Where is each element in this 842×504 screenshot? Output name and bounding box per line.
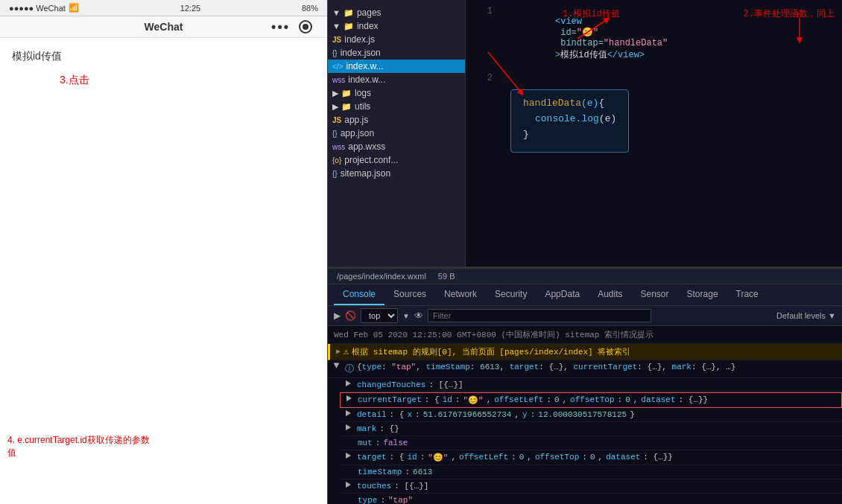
tab-trace[interactable]: Trace bbox=[727, 284, 767, 305]
signal-dots: ●●●●● WeChat bbox=[9, 4, 66, 13]
code-line-2: 2 bbox=[475, 73, 833, 83]
tree-index-dir[interactable]: ▼ 📁 index bbox=[328, 19, 465, 33]
tree-index-json[interactable]: {} index.json bbox=[328, 46, 465, 60]
folder-icon: 📁 bbox=[344, 8, 354, 18]
tree-index-wxss[interactable]: wss index.w... bbox=[328, 73, 465, 86]
tab-security[interactable]: Security bbox=[486, 284, 536, 305]
object-expand-arrow[interactable] bbox=[334, 363, 340, 369]
folder-icon-4: 📁 bbox=[341, 102, 352, 112]
object-summary-text: {type: "tap", timeStamp: 6613, target: {… bbox=[357, 363, 735, 371]
console-toolbar: ▶ 🚫 top ▼ 👁 Default levels ▼ bbox=[328, 306, 842, 326]
chevron-down-icon-3[interactable]: ▼ bbox=[402, 312, 410, 320]
code-editor: 1 <view id="😊" bindtap="handleData" >模拟i… bbox=[466, 0, 842, 267]
console-detail: detail: {x: 51.617671966552734, y: 12.00… bbox=[340, 408, 842, 422]
tab-storage[interactable]: Storage bbox=[678, 284, 727, 305]
ide-top-area: ▼ 📁 pages ▼ 📁 index JS index.js {} index… bbox=[328, 0, 842, 268]
chevron-down-icon-2: ▼ bbox=[332, 22, 341, 31]
expand-touches[interactable] bbox=[346, 482, 351, 488]
popup-line-2: console.log(e) bbox=[523, 113, 616, 124]
tree-sitemap-json[interactable]: {} sitemap.json bbox=[328, 167, 465, 180]
tree-index-js-label: index.js bbox=[344, 34, 375, 45]
ide-panel: ▼ 📁 pages ▼ 📁 index JS index.js {} index… bbox=[328, 0, 842, 504]
console-timestamp: timeStamp: 6613 bbox=[340, 465, 842, 479]
tab-appdata[interactable]: AppData bbox=[536, 284, 589, 305]
tree-app-wxss[interactable]: wss app.wxss bbox=[328, 140, 465, 153]
tree-index-wxml[interactable]: </> index.w... bbox=[328, 60, 465, 73]
tab-sources[interactable]: Sources bbox=[384, 284, 435, 305]
eye-icon[interactable]: 👁 bbox=[414, 310, 423, 321]
code-line-1: 1 <view id="😊" bindtap="handleData" >模拟i… bbox=[475, 6, 833, 71]
tab-sensor[interactable]: Sensor bbox=[632, 284, 678, 305]
more-dots[interactable]: ••• bbox=[271, 19, 290, 35]
tree-app-wxss-label: app.wxss bbox=[348, 141, 385, 152]
tree-logs-dir[interactable]: ▶ 📁 logs bbox=[328, 86, 465, 100]
console-output: Wed Feb 05 2020 12:25:00 GMT+0800 (中国标准时… bbox=[328, 326, 842, 504]
json-icon-2: {} bbox=[332, 130, 338, 138]
annotation-4: 4. e.currentTarget.id获取传递的参数值 bbox=[7, 434, 156, 459]
popup-function-name: handleData bbox=[523, 98, 581, 109]
devtools-tabs: Console Sources Network Security AppData… bbox=[328, 284, 842, 306]
tree-utils-label: utils bbox=[355, 101, 370, 112]
console-touches: touches: [{…}] bbox=[340, 479, 842, 494]
info-icon: ⓘ bbox=[345, 363, 354, 375]
filter-input[interactable] bbox=[428, 309, 651, 322]
popup-line-1: handleData(e){ bbox=[523, 98, 616, 109]
json-file-icon: {} bbox=[332, 49, 338, 57]
console-mark: mark: {} bbox=[340, 422, 842, 436]
tree-pages-dir[interactable]: ▼ 📁 pages bbox=[328, 6, 465, 19]
context-selector[interactable]: top bbox=[361, 308, 398, 323]
line-number-1: 1 bbox=[475, 6, 493, 16]
wxml-file-icon: </> bbox=[332, 63, 343, 71]
chevron-right-icon-2: ▶ bbox=[332, 102, 338, 112]
block-icon[interactable]: 🚫 bbox=[345, 310, 356, 321]
expand-mark[interactable] bbox=[346, 424, 351, 430]
tree-pages-label: pages bbox=[357, 7, 382, 18]
chevron-down-icon: ▼ bbox=[332, 8, 341, 17]
console-object-header: ⓘ {type: "tap", timeStamp: 6613, target:… bbox=[328, 360, 842, 378]
console-target: target: {id: "😊", offsetLeft: 0, offsetT… bbox=[340, 450, 842, 465]
tree-sitemap-label: sitemap.json bbox=[341, 168, 390, 179]
levels-button[interactable]: Default levels ▼ bbox=[776, 311, 836, 320]
expand-detail[interactable] bbox=[346, 410, 351, 416]
tab-console[interactable]: Console bbox=[334, 284, 384, 305]
tree-utils-dir[interactable]: ▶ 📁 utils bbox=[328, 100, 465, 113]
tab-network[interactable]: Network bbox=[435, 284, 486, 305]
expand-arrow-warning[interactable]: ▶ bbox=[336, 347, 341, 356]
warning-icon: ⚠ bbox=[344, 346, 349, 357]
console-mut: mut: false bbox=[340, 436, 842, 450]
status-time: 12:25 bbox=[180, 4, 201, 13]
console-warning-sitemap: ▶ ⚠ 根据 sitemap 的规则[0], 当前页面 [pages/index… bbox=[328, 344, 842, 360]
tree-app-js-label: app.js bbox=[344, 115, 368, 125]
expand-target[interactable] bbox=[346, 453, 351, 459]
file-size: 59 B bbox=[438, 272, 455, 281]
wxss-icon-2: wss bbox=[332, 143, 345, 151]
folder-icon-2: 📁 bbox=[344, 22, 354, 31]
code-content-1: <view id="😊" bindtap="handleData" >模拟id传… bbox=[501, 6, 668, 71]
js-icon-2: JS bbox=[332, 116, 341, 124]
tree-app-json[interactable]: {} app.json bbox=[328, 127, 465, 140]
tree-project-conf[interactable]: {o} project.conf... bbox=[328, 153, 465, 167]
tree-app-js[interactable]: JS app.js bbox=[328, 113, 465, 127]
tree-project-label: project.conf... bbox=[344, 155, 398, 165]
tree-index-wxml-label: index.w... bbox=[346, 61, 383, 71]
phone-panel: ●●●●● WeChat 📶 12:25 88% WeChat ••• 模拟id… bbox=[0, 0, 328, 504]
popup-console: console.log bbox=[535, 113, 599, 124]
expand-changedTouches[interactable] bbox=[346, 380, 351, 386]
console-changedTouches: changedTouches: [{…}] bbox=[340, 378, 842, 392]
tree-index-js[interactable]: JS index.js bbox=[328, 33, 465, 46]
tree-index-label: index bbox=[357, 21, 379, 31]
console-object-row: ⓘ {type: "tap", timeStamp: 6613, target:… bbox=[328, 360, 842, 504]
js-file-icon: JS bbox=[332, 36, 341, 44]
tree-index-wxss-label: index.w... bbox=[348, 74, 385, 85]
file-tree[interactable]: ▼ 📁 pages ▼ 📁 index JS index.js {} index… bbox=[328, 0, 466, 267]
popup-line-3: } bbox=[523, 129, 616, 140]
tab-audits[interactable]: Audits bbox=[589, 284, 631, 305]
console-datetime: Wed Feb 05 2020 12:25:00 GMT+0800 (中国标准时… bbox=[328, 326, 842, 344]
json-icon-3: {} bbox=[332, 170, 338, 178]
popup-close-brace: } bbox=[523, 129, 529, 140]
execute-icon[interactable]: ▶ bbox=[334, 310, 341, 321]
expand-currentTarget[interactable] bbox=[346, 395, 352, 401]
phone-status-bar: ●●●●● WeChat 📶 12:25 88% bbox=[0, 0, 327, 16]
line-number-2: 2 bbox=[475, 73, 493, 83]
record-button[interactable] bbox=[299, 20, 312, 34]
